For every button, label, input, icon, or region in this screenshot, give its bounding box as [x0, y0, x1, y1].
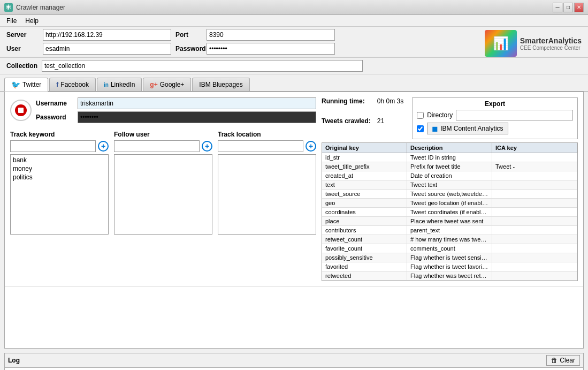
cell-ica [492, 217, 577, 225]
stop-button[interactable] [10, 100, 32, 121]
running-time-label: Running time: [322, 97, 371, 116]
tab-ibm-label: IBM Bluepages [199, 81, 242, 88]
twitter-icon: 🐦 [11, 80, 20, 89]
running-time-value: 0h 0m 3s [377, 97, 403, 116]
trash-icon: 🗑 [551, 357, 558, 364]
app-icon: 🕷 [4, 3, 13, 12]
tabs-bar: 🐦 Twitter f Facebook in LinkedIn g+ Goog… [0, 74, 588, 92]
tab-twitter[interactable]: 🐦 Twitter [4, 78, 48, 92]
ica-checkbox[interactable] [417, 125, 424, 132]
logo-title: SmarterAnalytics [520, 36, 582, 45]
linkedin-icon: in [104, 82, 109, 88]
track-location-input[interactable] [218, 140, 303, 152]
add-user-button[interactable]: + [202, 141, 212, 152]
maximize-button[interactable]: □ [563, 3, 573, 12]
cell-desc: Tweet text [407, 180, 492, 189]
track-location-row: + [218, 140, 316, 152]
follow-user-group: Follow user + [114, 131, 212, 235]
cell-key: possibly_sensitive [322, 253, 407, 262]
left-panel: Username Password Track keyword [10, 97, 316, 281]
table-row[interactable]: text Tweet text [322, 180, 577, 190]
table-row[interactable]: tweet_title_prefix Prefix for tweet titl… [322, 162, 577, 171]
table-row[interactable]: retweeted Flag whether was tweet retweet… [322, 271, 577, 281]
title-bar: 🕷 Crawler manager ─ □ ✕ [0, 0, 588, 15]
minimize-button[interactable]: ─ [553, 3, 562, 12]
table-body[interactable]: id_str Tweet ID in string tweet_title_pr… [322, 153, 578, 281]
cell-ica [492, 262, 577, 271]
table-row[interactable]: created_at Date of creation [322, 171, 577, 180]
server-input[interactable] [43, 29, 171, 41]
directory-input[interactable] [456, 110, 573, 120]
track-keyword-input[interactable] [10, 140, 96, 152]
table-row[interactable]: favorite_count comments_count [322, 244, 577, 253]
cell-key: coordinates [322, 208, 407, 216]
follow-user-label: Follow user [114, 131, 212, 138]
password-input[interactable] [207, 43, 335, 55]
logo-subtitle: CEE Competence Center [520, 45, 582, 51]
list-item: politics [12, 173, 107, 182]
username-input[interactable] [78, 97, 316, 109]
table-row[interactable]: retweet_count # how many times was tweet… [322, 235, 577, 244]
table-row[interactable]: tweet_source Tweet source (web,tweetdeck… [322, 190, 577, 199]
tab-googleplus-label: Google+ [160, 81, 185, 88]
table-row[interactable]: contributors parent_text [322, 226, 577, 235]
directory-row: Directory [417, 110, 573, 120]
cell-ica [492, 271, 577, 280]
cell-desc: # how many times was tweet re... [407, 235, 492, 244]
cell-desc: parent_text [407, 226, 492, 235]
col-header-ica-key: ICA key [492, 143, 577, 153]
cell-ica [492, 208, 577, 216]
credentials-fields: Username Password [36, 97, 316, 123]
col-header-original-key: Original key [322, 143, 407, 153]
tab-ibm[interactable]: IBM Bluepages [192, 78, 249, 91]
tab-linkedin[interactable]: in LinkedIn [97, 78, 142, 91]
collection-input[interactable] [42, 60, 363, 72]
log-title: Log [8, 357, 20, 364]
ica-icon: ◼ [432, 124, 438, 133]
table-row[interactable]: possibly_sensitive Flag whether is tweet… [322, 253, 577, 262]
table-row[interactable]: place Place where tweet was sent [322, 217, 577, 226]
table-row[interactable]: id_str Tweet ID in string [322, 153, 577, 162]
track-keyword-row: + [10, 140, 109, 152]
export-title: Export [417, 100, 573, 108]
clear-label: Clear [560, 357, 575, 364]
cell-key: favorited [322, 262, 407, 271]
directory-checkbox[interactable] [417, 112, 424, 119]
twitter-password-label: Password [36, 114, 73, 121]
tab-facebook[interactable]: f Facebook [49, 78, 96, 91]
twitter-password-input[interactable] [78, 111, 316, 123]
menu-help[interactable]: Help [21, 16, 43, 26]
log-content[interactable]: {"created_at":"Tue Apr 23 00:53:01 +0000… [5, 368, 583, 370]
user-input[interactable] [43, 43, 171, 55]
collection-row: Collection [0, 58, 588, 74]
add-keyword-button[interactable]: + [98, 141, 109, 152]
cell-desc: Tweet ID in string [407, 153, 492, 162]
table-row[interactable]: coordinates Tweet coordinates (if enable… [322, 208, 577, 217]
tab-googleplus[interactable]: g+ Google+ [143, 78, 191, 91]
log-section: Log 🗑 Clear {"created_at":"Tue Apr 23 00… [4, 353, 584, 370]
cell-ica [492, 180, 577, 189]
cell-key: geo [322, 199, 407, 207]
close-button[interactable]: ✕ [574, 3, 584, 12]
cell-desc: Date of creation [407, 171, 492, 180]
ica-button[interactable]: ◼ IBM Content Analytics [427, 123, 508, 134]
follow-user-input[interactable] [114, 140, 200, 152]
credentials-area: Username Password [10, 97, 316, 123]
clear-button[interactable]: 🗑 Clear [546, 355, 580, 366]
add-location-button[interactable]: + [306, 141, 316, 152]
track-location-group: Track location + [218, 131, 316, 235]
cell-key: id_str [322, 153, 407, 162]
table-row[interactable]: geo Tweet geo location (if enabled) [322, 199, 577, 208]
logo-graphic: 📊 [485, 30, 517, 57]
table-row[interactable]: favorited Flag whether is tweet favorite… [322, 262, 577, 271]
content-top: Username Password Track keyword [5, 92, 583, 287]
menu-file[interactable]: File [2, 16, 21, 26]
cell-key: retweet_count [322, 235, 407, 244]
cell-desc: Tweet coordinates (if enabled) [407, 208, 492, 216]
user-label: User [6, 45, 39, 52]
port-input[interactable] [207, 29, 335, 41]
username-label: Username [36, 100, 73, 107]
export-section: Export Directory ◼ IBM Content Analytics [412, 97, 578, 139]
col-header-description: Description [407, 143, 492, 153]
cell-key: tweet_source [322, 190, 407, 198]
